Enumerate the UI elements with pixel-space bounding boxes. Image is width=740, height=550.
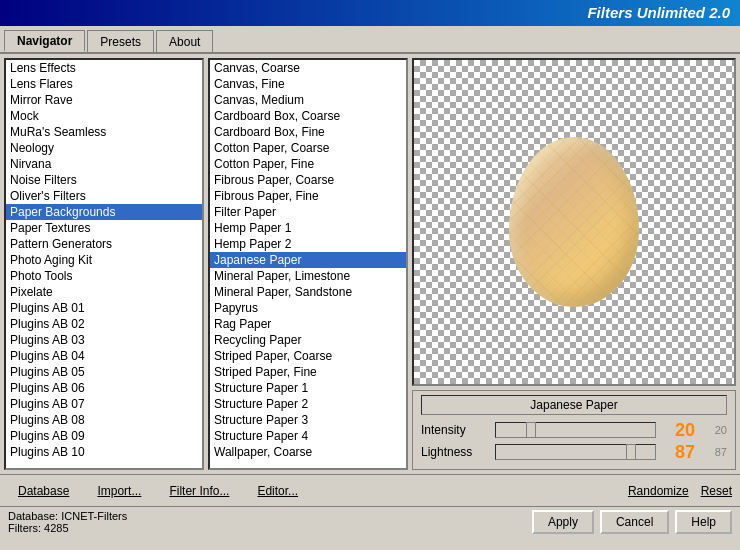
database-label: Database:: [8, 510, 58, 522]
intensity-value-large: 20: [660, 421, 695, 439]
texture-list-item[interactable]: Rag Paper: [210, 316, 406, 332]
texture-list-panel: Canvas, CoarseCanvas, FineCanvas, Medium…: [208, 58, 408, 470]
filter-list-item[interactable]: Plugins AB 04: [6, 348, 202, 364]
filter-list-item[interactable]: Noise Filters: [6, 172, 202, 188]
filter-list-item[interactable]: Paper Textures: [6, 220, 202, 236]
filter-list-item[interactable]: Pattern Generators: [6, 236, 202, 252]
filter-list-item[interactable]: Plugins AB 06: [6, 380, 202, 396]
texture-list-item[interactable]: Wallpaper, Coarse: [210, 444, 406, 460]
filter-list-item[interactable]: Plugins AB 03: [6, 332, 202, 348]
filters-value: 4285: [44, 522, 68, 534]
texture-list-item[interactable]: Fibrous Paper, Coarse: [210, 172, 406, 188]
filter-list-item[interactable]: Nirvana: [6, 156, 202, 172]
texture-list-item[interactable]: Japanese Paper: [210, 252, 406, 268]
filter-list-item[interactable]: Neology: [6, 140, 202, 156]
filter-list-item[interactable]: Paper Backgrounds: [6, 204, 202, 220]
tab-navigator[interactable]: Navigator: [4, 30, 85, 52]
apply-button[interactable]: Apply: [532, 510, 594, 534]
database-value: ICNET-Filters: [61, 510, 127, 522]
filter-list-item[interactable]: Plugins AB 09: [6, 428, 202, 444]
controls-panel: Japanese Paper Intensity 20 20 Lightness…: [412, 390, 736, 470]
texture-list-item[interactable]: Filter Paper: [210, 204, 406, 220]
tab-bar: Navigator Presets About: [0, 26, 740, 54]
preview-area: [412, 58, 736, 386]
database-button[interactable]: Database: [8, 482, 79, 500]
filter-list-item[interactable]: Photo Aging Kit: [6, 252, 202, 268]
texture-list-item[interactable]: Striped Paper, Fine: [210, 364, 406, 380]
texture-list-item[interactable]: Mineral Paper, Limestone: [210, 268, 406, 284]
texture-list-item[interactable]: Papyrus: [210, 300, 406, 316]
texture-list-item[interactable]: Recycling Paper: [210, 332, 406, 348]
filter-list-item[interactable]: Oliver's Filters: [6, 188, 202, 204]
title-bar: Filters Unlimited 2.0: [0, 0, 740, 26]
texture-item-list[interactable]: Canvas, CoarseCanvas, FineCanvas, Medium…: [208, 58, 408, 470]
import-button[interactable]: Import...: [87, 482, 151, 500]
lightness-value-small: 87: [699, 446, 727, 458]
help-button[interactable]: Help: [675, 510, 732, 534]
texture-list-item[interactable]: Canvas, Medium: [210, 92, 406, 108]
filter-info-button[interactable]: Filter Info...: [159, 482, 239, 500]
tab-presets[interactable]: Presets: [87, 30, 154, 52]
texture-list-item[interactable]: Structure Paper 3: [210, 412, 406, 428]
texture-list-item[interactable]: Cardboard Box, Fine: [210, 124, 406, 140]
filter-list-item[interactable]: Mirror Rave: [6, 92, 202, 108]
toolbar-right: Randomize Reset: [628, 484, 732, 498]
filter-category-list[interactable]: Lens EffectsLens FlaresMirror RaveMockMu…: [4, 58, 204, 470]
filter-list-item[interactable]: Lens Flares: [6, 76, 202, 92]
reset-button[interactable]: Reset: [701, 484, 732, 498]
texture-list-item[interactable]: Structure Paper 2: [210, 396, 406, 412]
filter-list-item[interactable]: Plugins AB 02: [6, 316, 202, 332]
status-info: Database: ICNET-Filters Filters: 4285: [8, 510, 127, 534]
intensity-control-row: Intensity 20 20: [421, 421, 727, 439]
filter-list-item[interactable]: Mock: [6, 108, 202, 124]
filter-list-item[interactable]: Plugins AB 10: [6, 444, 202, 460]
texture-list-item[interactable]: Cotton Paper, Fine: [210, 156, 406, 172]
texture-list-item[interactable]: Structure Paper 4: [210, 428, 406, 444]
texture-list-item[interactable]: Cotton Paper, Coarse: [210, 140, 406, 156]
intensity-label: Intensity: [421, 423, 491, 437]
filter-list-item[interactable]: Photo Tools: [6, 268, 202, 284]
app-title: Filters Unlimited 2.0: [587, 4, 730, 21]
texture-list-item[interactable]: Striped Paper, Coarse: [210, 348, 406, 364]
texture-list-item[interactable]: Structure Paper 1: [210, 380, 406, 396]
filter-list-item[interactable]: Lens Effects: [6, 60, 202, 76]
texture-list-item[interactable]: Mineral Paper, Sandstone: [210, 284, 406, 300]
texture-list-item[interactable]: Cardboard Box, Coarse: [210, 108, 406, 124]
lightness-value-large: 87: [660, 443, 695, 461]
filters-label: Filters:: [8, 522, 41, 534]
filter-list-item[interactable]: Pixelate: [6, 284, 202, 300]
filter-list-item[interactable]: MuRa's Seamless: [6, 124, 202, 140]
intensity-slider[interactable]: [495, 422, 656, 438]
texture-list-item[interactable]: Fibrous Paper, Fine: [210, 188, 406, 204]
texture-list-item[interactable]: Hemp Paper 1: [210, 220, 406, 236]
main-content: Lens EffectsLens FlaresMirror RaveMockMu…: [0, 54, 740, 474]
filter-list-item[interactable]: Plugins AB 05: [6, 364, 202, 380]
tab-about[interactable]: About: [156, 30, 213, 52]
filter-list-item[interactable]: Plugins AB 08: [6, 412, 202, 428]
lightness-slider[interactable]: [495, 444, 656, 460]
lightness-control-row: Lightness 87 87: [421, 443, 727, 461]
status-bar: Database: ICNET-Filters Filters: 4285 Ap…: [0, 506, 740, 536]
filter-list-item[interactable]: Plugins AB 07: [6, 396, 202, 412]
lightness-label: Lightness: [421, 445, 491, 459]
texture-list-item[interactable]: Hemp Paper 2: [210, 236, 406, 252]
randomize-button[interactable]: Randomize: [628, 484, 689, 498]
right-panel: Japanese Paper Intensity 20 20 Lightness…: [412, 58, 736, 470]
texture-list-item[interactable]: Canvas, Fine: [210, 76, 406, 92]
filter-list-panel: Lens EffectsLens FlaresMirror RaveMockMu…: [4, 58, 204, 470]
bottom-toolbar: Database Import... Filter Info... Editor…: [0, 474, 740, 506]
editor-button[interactable]: Editor...: [247, 482, 308, 500]
texture-list-item[interactable]: Canvas, Coarse: [210, 60, 406, 76]
filter-name-display: Japanese Paper: [421, 395, 727, 415]
action-buttons: Apply Cancel Help: [532, 510, 732, 534]
intensity-value-small: 20: [699, 424, 727, 436]
cancel-button[interactable]: Cancel: [600, 510, 669, 534]
filter-list-item[interactable]: Plugins AB 01: [6, 300, 202, 316]
